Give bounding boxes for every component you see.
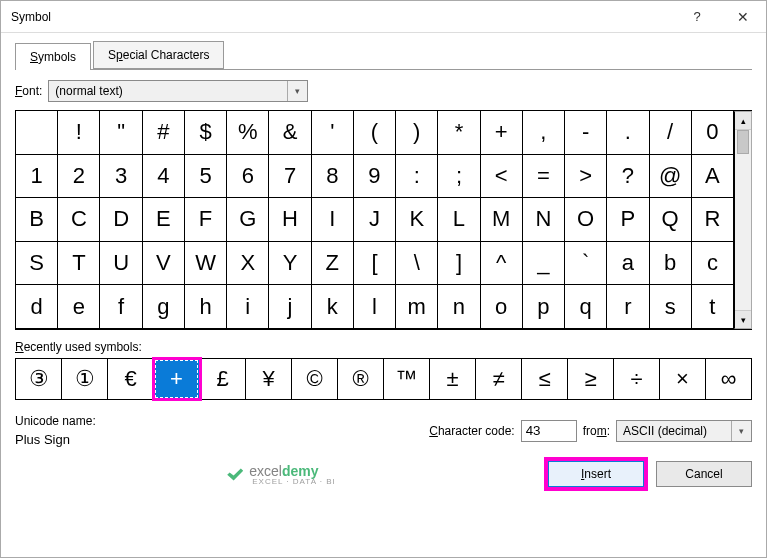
symbol-cell[interactable]: K <box>396 198 438 242</box>
symbol-cell[interactable]: l <box>354 285 396 329</box>
symbol-cell[interactable]: R <box>692 198 734 242</box>
symbol-cell[interactable]: b <box>650 242 692 286</box>
recent-symbol-cell[interactable]: × <box>660 359 706 399</box>
recent-symbol-cell[interactable]: € <box>108 359 154 399</box>
symbol-cell[interactable]: r <box>607 285 649 329</box>
symbol-cell[interactable]: T <box>58 242 100 286</box>
symbol-cell[interactable]: " <box>100 111 142 155</box>
symbol-cell[interactable]: 0 <box>692 111 734 155</box>
symbol-cell[interactable]: = <box>523 155 565 199</box>
cancel-button[interactable]: Cancel <box>656 461 752 487</box>
symbol-cell[interactable]: 8 <box>312 155 354 199</box>
symbol-cell[interactable]: $ <box>185 111 227 155</box>
symbol-cell[interactable]: G <box>227 198 269 242</box>
symbol-cell[interactable]: J <box>354 198 396 242</box>
symbol-cell[interactable]: V <box>143 242 185 286</box>
recent-symbol-cell[interactable]: ≤ <box>522 359 568 399</box>
symbol-cell[interactable]: \ <box>396 242 438 286</box>
recent-symbol-cell[interactable]: © <box>292 359 338 399</box>
symbol-cell[interactable]: % <box>227 111 269 155</box>
symbol-cell[interactable]: ' <box>312 111 354 155</box>
symbol-cell[interactable]: a <box>607 242 649 286</box>
recent-symbol-cell[interactable]: ① <box>62 359 108 399</box>
symbol-cell[interactable]: t <box>692 285 734 329</box>
symbol-cell[interactable]: > <box>565 155 607 199</box>
tab-symbols[interactable]: Symbols <box>15 43 91 70</box>
character-code-input[interactable] <box>521 420 577 442</box>
recent-symbol-cell[interactable]: ∞ <box>706 359 752 399</box>
symbol-cell[interactable]: - <box>565 111 607 155</box>
recent-symbol-cell[interactable]: ≠ <box>476 359 522 399</box>
symbol-cell[interactable]: * <box>438 111 480 155</box>
symbol-cell[interactable]: U <box>100 242 142 286</box>
tab-special-characters[interactable]: Special Characters <box>93 41 224 69</box>
symbol-cell[interactable]: [ <box>354 242 396 286</box>
scroll-down-icon[interactable]: ▾ <box>735 310 751 328</box>
symbol-cell[interactable]: o <box>481 285 523 329</box>
symbol-cell[interactable]: W <box>185 242 227 286</box>
symbol-cell[interactable]: ` <box>565 242 607 286</box>
symbol-cell[interactable]: n <box>438 285 480 329</box>
symbol-cell[interactable]: N <box>523 198 565 242</box>
symbol-cell[interactable]: L <box>438 198 480 242</box>
symbol-cell[interactable] <box>16 111 58 155</box>
symbol-cell[interactable]: , <box>523 111 565 155</box>
recent-symbol-cell[interactable]: £ <box>200 359 246 399</box>
symbol-cell[interactable]: 4 <box>143 155 185 199</box>
insert-button[interactable]: Insert <box>548 461 644 487</box>
symbol-cell[interactable]: m <box>396 285 438 329</box>
from-select[interactable]: ASCII (decimal) ▾ <box>616 420 752 442</box>
symbol-cell[interactable]: ; <box>438 155 480 199</box>
symbol-cell[interactable]: + <box>481 111 523 155</box>
symbol-cell[interactable]: 5 <box>185 155 227 199</box>
symbol-cell[interactable]: P <box>607 198 649 242</box>
symbol-cell[interactable]: ) <box>396 111 438 155</box>
symbol-cell[interactable]: s <box>650 285 692 329</box>
symbol-cell[interactable]: e <box>58 285 100 329</box>
close-button[interactable]: ✕ <box>720 1 766 33</box>
symbol-cell[interactable]: g <box>143 285 185 329</box>
symbol-cell[interactable]: < <box>481 155 523 199</box>
symbol-cell[interactable]: h <box>185 285 227 329</box>
symbol-cell[interactable]: # <box>143 111 185 155</box>
symbol-cell[interactable]: E <box>143 198 185 242</box>
symbol-cell[interactable]: j <box>269 285 311 329</box>
symbol-cell[interactable]: p <box>523 285 565 329</box>
symbol-cell[interactable]: O <box>565 198 607 242</box>
recent-symbol-cell[interactable]: ③ <box>16 359 62 399</box>
symbol-cell[interactable]: ^ <box>481 242 523 286</box>
scroll-up-icon[interactable]: ▴ <box>735 112 751 130</box>
symbol-cell[interactable]: D <box>100 198 142 242</box>
symbol-cell[interactable]: k <box>312 285 354 329</box>
symbol-cell[interactable]: 6 <box>227 155 269 199</box>
symbol-cell[interactable]: 2 <box>58 155 100 199</box>
help-button[interactable]: ? <box>674 1 720 33</box>
recent-symbol-cell[interactable]: ≥ <box>568 359 614 399</box>
symbol-cell[interactable]: / <box>650 111 692 155</box>
symbol-cell[interactable]: c <box>692 242 734 286</box>
symbol-cell[interactable]: I <box>312 198 354 242</box>
recent-symbol-cell[interactable]: + <box>154 359 200 399</box>
symbol-cell[interactable]: i <box>227 285 269 329</box>
symbol-cell[interactable]: Y <box>269 242 311 286</box>
symbol-cell[interactable]: ] <box>438 242 480 286</box>
symbol-cell[interactable]: d <box>16 285 58 329</box>
symbol-grid-scrollbar[interactable]: ▴ ▾ <box>734 111 752 329</box>
symbol-cell[interactable]: ( <box>354 111 396 155</box>
symbol-cell[interactable]: & <box>269 111 311 155</box>
symbol-cell[interactable]: 1 <box>16 155 58 199</box>
symbol-cell[interactable]: 3 <box>100 155 142 199</box>
symbol-cell[interactable]: ? <box>607 155 649 199</box>
symbol-cell[interactable]: Q <box>650 198 692 242</box>
recent-symbol-cell[interactable]: ÷ <box>614 359 660 399</box>
symbol-cell[interactable]: Z <box>312 242 354 286</box>
symbol-cell[interactable]: A <box>692 155 734 199</box>
symbol-cell[interactable]: F <box>185 198 227 242</box>
symbol-cell[interactable]: B <box>16 198 58 242</box>
symbol-cell[interactable]: M <box>481 198 523 242</box>
symbol-cell[interactable]: 9 <box>354 155 396 199</box>
scroll-thumb[interactable] <box>737 130 749 154</box>
symbol-cell[interactable]: @ <box>650 155 692 199</box>
symbol-cell[interactable]: 7 <box>269 155 311 199</box>
symbol-cell[interactable]: C <box>58 198 100 242</box>
